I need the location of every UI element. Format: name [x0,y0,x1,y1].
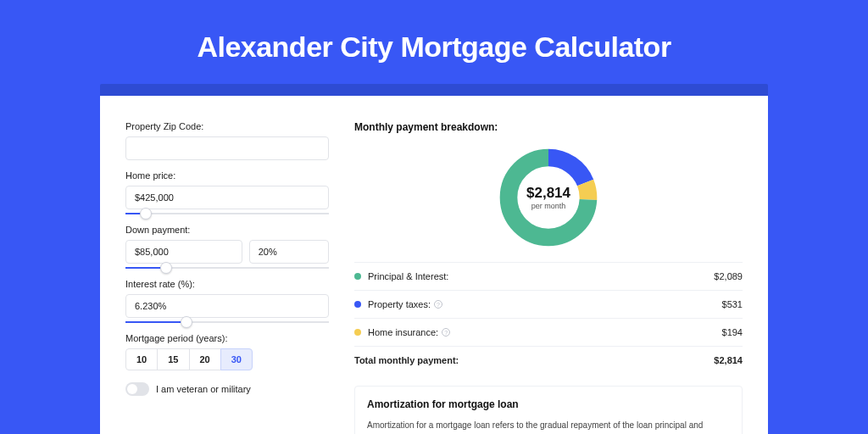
donut-label: per month [531,202,566,210]
interest-rate-slider[interactable] [125,321,329,323]
home-price-slider[interactable] [125,213,329,214]
legend-total-label: Total monthly payment: [354,355,714,365]
down-payment-percent-input[interactable] [249,240,329,264]
veteran-row: I am veteran or military [125,382,329,396]
info-icon[interactable]: ? [442,328,450,337]
down-payment-field: Down payment: [125,225,329,269]
legend-row: Property taxes: ?$531 [354,290,743,318]
legend-total-value: $2,814 [714,355,743,365]
info-icon[interactable]: ? [434,300,442,309]
amortization-body: Amortization for a mortgage loan refers … [367,419,730,434]
amortization-card: Amortization for mortgage loan Amortizat… [354,386,743,434]
slider-thumb[interactable] [181,316,192,328]
legend-dot [354,329,361,336]
home-price-input[interactable] [125,186,329,209]
breakdown-title: Monthly payment breakdown: [354,121,743,133]
legend-name: Property taxes: ? [368,299,722,309]
tab-bar [100,84,768,96]
legend-dot [354,273,361,280]
veteran-label: I am veteran or military [156,384,251,394]
legend-row: Principal & Interest:$2,089 [354,262,743,290]
input-panel: Property Zip Code: Home price: Down paym… [125,121,329,434]
zip-label: Property Zip Code: [125,121,329,131]
down-payment-label: Down payment: [125,225,329,235]
zip-input[interactable] [125,136,329,160]
donut-chart: $2,814 per month [496,145,601,250]
page-title: Alexander City Mortgage Calculator [0,0,868,84]
legend-name: Home insurance: ? [368,327,722,337]
legend-value: $531 [722,299,743,309]
interest-rate-field: Interest rate (%): [125,279,329,323]
legend-dot [354,301,361,308]
amortization-title: Amortization for mortgage loan [367,398,730,410]
mortgage-period-segment: 10152030 [125,348,329,370]
donut-amount: $2,814 [526,185,570,202]
slider-thumb[interactable] [140,208,152,220]
legend-total-row: Total monthly payment: $2,814 [354,346,743,374]
legend-name: Principal & Interest: [368,271,714,281]
interest-rate-input[interactable] [125,294,329,318]
calculator-card: Property Zip Code: Home price: Down paym… [100,96,768,434]
slider-thumb[interactable] [160,262,172,274]
breakdown-panel: Monthly payment breakdown: $2,814 per mo… [354,121,743,434]
mortgage-period-label: Mortgage period (years): [125,333,329,343]
down-payment-slider[interactable] [125,267,329,269]
veteran-toggle[interactable] [125,382,149,396]
legend-list: Principal & Interest:$2,089Property taxe… [354,262,743,346]
legend-row: Home insurance: ?$194 [354,318,743,346]
home-price-label: Home price: [125,170,329,181]
period-option-15[interactable]: 15 [157,348,189,370]
period-option-20[interactable]: 20 [189,348,221,370]
period-option-30[interactable]: 30 [220,348,253,370]
period-option-10[interactable]: 10 [125,348,158,370]
mortgage-period-field: Mortgage period (years): 10152030 [125,333,329,370]
zip-field: Property Zip Code: [125,121,329,160]
interest-rate-label: Interest rate (%): [125,279,329,289]
donut-chart-wrap: $2,814 per month [354,140,743,262]
legend-value: $2,089 [714,271,743,281]
home-price-field: Home price: [125,170,329,214]
down-payment-amount-input[interactable] [125,240,242,264]
legend-value: $194 [722,327,743,337]
